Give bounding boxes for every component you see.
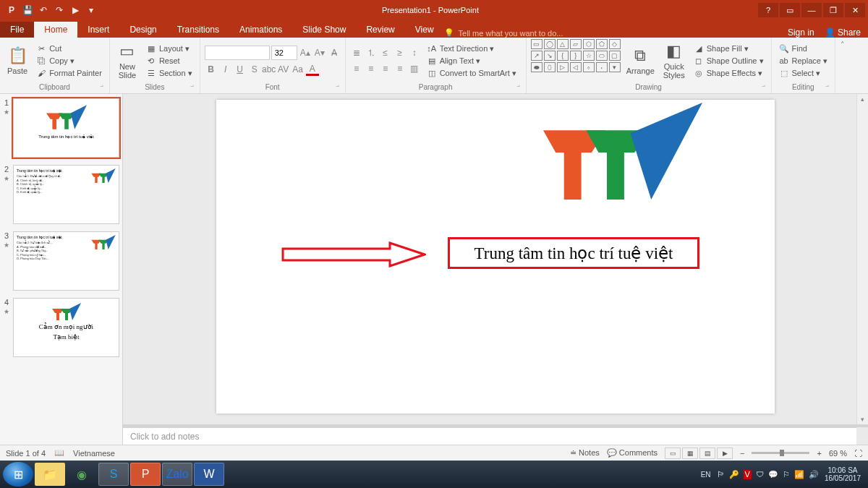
undo-icon[interactable]: ↶ [38, 4, 49, 16]
help-button[interactable]: ? [758, 3, 778, 17]
line-spacing-button[interactable]: ↕ [408, 46, 421, 59]
spacing-button[interactable]: AV [277, 63, 290, 76]
replace-button[interactable]: abReplace ▾ [776, 55, 830, 67]
smartart-button[interactable]: ◫Convert to SmartArt ▾ [424, 67, 519, 79]
explorer-taskbar-button[interactable]: 📁 [35, 463, 65, 486]
slideshow-view-button[interactable]: ▶ [717, 448, 733, 459]
ribbon-options-button[interactable]: ▭ [780, 3, 800, 17]
tab-home[interactable]: Home [34, 22, 77, 38]
shape-fill-button[interactable]: ◢Shape Fill ▾ [691, 43, 767, 54]
slide[interactable]: Trung tâm tin học trí tuệ việt [216, 100, 775, 414]
align-text-button[interactable]: ▤Align Text ▾ [424, 55, 519, 67]
tab-slideshow[interactable]: Slide Show [292, 22, 356, 38]
align-center-button[interactable]: ≡ [365, 62, 378, 75]
slide-thumbnails-pane[interactable]: 1★ Trung tâm tin học trí tuệ việt 2★ Tru… [0, 94, 123, 445]
tab-insert[interactable]: Insert [77, 22, 119, 38]
find-button[interactable]: 🔍Find [776, 43, 830, 54]
tray-action-icon[interactable]: ⚐ [783, 470, 790, 479]
tray-volume-icon[interactable]: 🔊 [809, 470, 819, 479]
copy-button[interactable]: ⿻Copy ▾ [33, 55, 105, 67]
increase-indent-button[interactable]: ≥ [393, 46, 407, 59]
notes-toggle[interactable]: ≐ Notes [570, 448, 600, 458]
thumbnail-2[interactable]: 2★ Trung tâm tin học trí tuệ việt Câu hỏ… [3, 165, 119, 224]
zoom-in-button[interactable]: + [817, 449, 821, 458]
slide-canvas[interactable]: Trung tâm tin học trí tuệ việt ▴ ▾ [123, 94, 868, 424]
change-case-button[interactable]: Aa [292, 63, 305, 76]
section-button[interactable]: ☰Section ▾ [143, 67, 195, 79]
sorter-view-button[interactable]: ▦ [682, 448, 698, 459]
taskbar-clock[interactable]: 10:06 SA 16/05/2017 [825, 466, 861, 482]
share-button[interactable]: 👤 Share [825, 27, 861, 38]
language-indicator[interactable]: Vietnamese [73, 449, 115, 458]
spellcheck-icon[interactable]: 📖 [54, 448, 64, 458]
thumbnail-4[interactable]: 4★ Cảm ơn mọi người Tạm biệt [3, 298, 119, 357]
tray-unikey-icon[interactable]: V [744, 470, 752, 479]
bold-button[interactable]: B [205, 63, 218, 76]
tray-key-icon[interactable]: 🔑 [729, 470, 739, 479]
close-button[interactable]: ✕ [845, 3, 865, 17]
zalo-taskbar-button[interactable]: Zalo [162, 463, 192, 486]
font-name-input[interactable] [205, 46, 270, 60]
shape-effects-button[interactable]: ◎Shape Effects ▾ [691, 67, 767, 79]
layout-button[interactable]: ▦Layout ▾ [143, 43, 195, 54]
sign-in-link[interactable]: Sign in [788, 27, 814, 38]
zoom-out-button[interactable]: − [740, 449, 744, 458]
normal-view-button[interactable]: ▭ [665, 448, 681, 459]
thumbnail-1[interactable]: 1★ Trung tâm tin học trí tuệ việt [3, 98, 119, 158]
select-button[interactable]: ⬚Select ▾ [776, 67, 830, 79]
start-slideshow-icon[interactable]: ▶ [69, 4, 81, 16]
tab-animations[interactable]: Animations [229, 22, 292, 38]
decrease-indent-button[interactable]: ≤ [379, 46, 392, 59]
strike-button[interactable]: abc [263, 63, 276, 76]
quick-styles-button[interactable]: ◧ Quick Styles [660, 39, 688, 82]
start-button[interactable]: ⊞ [3, 462, 33, 487]
shapes-gallery[interactable]: ▭◯△▱⬡⬠◇ ↗↘{}☆⬭▢ ⬬⬯▷◁⬨⬪▾ [531, 39, 621, 82]
tray-security-icon[interactable]: 🛡 [756, 470, 764, 479]
arrange-button[interactable]: ⧉ Arrange [624, 39, 658, 82]
zoom-percent[interactable]: 69 % [829, 449, 847, 458]
font-color-button[interactable]: A [306, 63, 319, 76]
shape-outline-button[interactable]: ◻Shape Outline ▾ [691, 55, 767, 67]
skype-taskbar-button[interactable]: S [98, 463, 129, 486]
underline-button[interactable]: U [234, 63, 247, 76]
tab-file[interactable]: File [0, 22, 34, 38]
tab-review[interactable]: Review [356, 22, 404, 38]
paste-button[interactable]: 📋 Paste [4, 39, 30, 82]
tab-design[interactable]: Design [119, 22, 166, 38]
minimize-button[interactable]: — [801, 3, 822, 17]
shadow-button[interactable]: S [248, 63, 261, 76]
input-language[interactable]: EN [701, 471, 711, 479]
powerpoint-taskbar-button[interactable]: P [130, 463, 161, 486]
maximize-button[interactable]: ❐ [823, 3, 843, 17]
grow-font-icon[interactable]: A▴ [299, 46, 312, 59]
justify-button[interactable]: ≡ [393, 62, 407, 75]
columns-button[interactable]: ▥ [408, 62, 421, 75]
title-textbox[interactable]: Trung tâm tin học trí tuệ việt [448, 237, 699, 269]
tell-me-search[interactable]: 💡 Tell me what you want to do... [444, 28, 563, 38]
bullets-button[interactable]: ≣ [350, 46, 363, 59]
qat-customize-icon[interactable]: ▾ [85, 4, 97, 16]
cut-button[interactable]: ✂Cut [33, 43, 105, 54]
format-painter-button[interactable]: 🖌Format Painter [33, 67, 105, 79]
shrink-font-icon[interactable]: A▾ [313, 46, 326, 59]
numbering-button[interactable]: ⒈ [365, 46, 378, 59]
coccoc-taskbar-button[interactable]: ◉ [67, 463, 97, 486]
reset-button[interactable]: ⟲Reset [143, 55, 195, 67]
zoom-slider[interactable] [752, 452, 809, 454]
fit-window-button[interactable]: ⛶ [854, 449, 862, 458]
tab-view[interactable]: View [405, 22, 444, 38]
font-size-input[interactable] [271, 46, 297, 60]
scroll-down-icon[interactable]: ▾ [861, 416, 864, 423]
comments-toggle[interactable]: 💬 Comments [607, 448, 658, 458]
text-direction-button[interactable]: ↕AText Direction ▾ [424, 43, 519, 54]
align-left-button[interactable]: ≡ [350, 62, 363, 75]
word-taskbar-button[interactable]: W [194, 463, 224, 486]
save-icon[interactable]: 💾 [22, 4, 33, 16]
italic-button[interactable]: I [219, 63, 232, 76]
clear-format-icon[interactable]: A̶ [328, 46, 341, 59]
vertical-scrollbar[interactable]: ▴ ▾ [856, 94, 868, 424]
collapse-ribbon-button[interactable]: ˄ [835, 38, 850, 93]
scroll-up-icon[interactable]: ▴ [861, 95, 864, 103]
redo-icon[interactable]: ↷ [54, 4, 65, 16]
tray-chat-icon[interactable]: 💬 [768, 470, 778, 479]
